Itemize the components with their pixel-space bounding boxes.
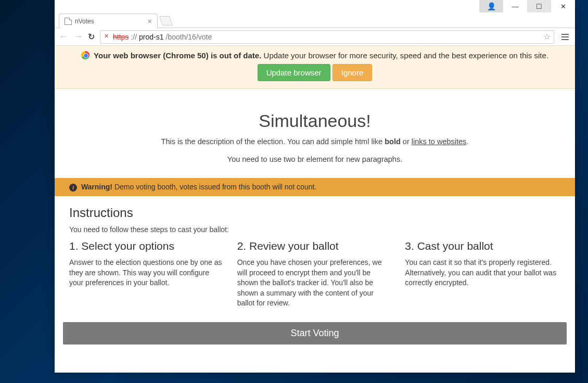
insecure-icon xyxy=(104,33,111,41)
election-description: This is the description of the election.… xyxy=(55,137,575,146)
instructions-heading: Instructions xyxy=(69,206,560,220)
election-title: Simultaneous! xyxy=(55,111,575,131)
info-icon: i xyxy=(69,184,77,191)
step-3: 3. Cast your ballot You can cast it so t… xyxy=(405,240,560,309)
minimize-button[interactable]: — xyxy=(503,0,527,12)
step-2-text: Once you have chosen your preferences, w… xyxy=(237,258,393,309)
outdated-browser-banner: Your web browser (Chrome 50) is out of d… xyxy=(55,46,575,89)
close-window-button[interactable]: ✕ xyxy=(551,0,575,12)
url-host: prod-s1 xyxy=(139,33,163,41)
url-path: /booth/16/vote xyxy=(166,33,212,41)
bookmark-star-icon[interactable]: ☆ xyxy=(543,32,551,42)
page-content: Your web browser (Chrome 50) is out of d… xyxy=(55,46,575,373)
document-icon xyxy=(65,18,72,25)
step-1-title: 1. Select your options xyxy=(69,240,225,252)
step-3-title: 3. Cast your ballot xyxy=(405,240,560,252)
address-bar[interactable]: https://prod-s1/booth/16/vote ☆ xyxy=(100,30,554,44)
steps-row: 1. Select your options Answer to the ele… xyxy=(69,240,560,309)
tab-title: nVotes xyxy=(75,18,94,25)
chrome-icon xyxy=(81,51,90,59)
url-scheme-struck: https xyxy=(113,33,129,41)
back-button[interactable]: ← xyxy=(59,31,68,42)
election-description-2: You need to use two br element for new p… xyxy=(55,155,575,163)
forward-button[interactable]: → xyxy=(73,31,83,42)
step-2-title: 2. Review your ballot xyxy=(237,240,393,252)
ignore-button[interactable]: Ignore xyxy=(333,64,373,81)
browser-tab[interactable]: nVotes × xyxy=(59,14,158,28)
step-2: 2. Review your ballot Once you have chos… xyxy=(237,240,393,309)
close-tab-icon[interactable]: × xyxy=(148,17,152,25)
outdated-bold-text: Your web browser (Chrome 50) is out of d… xyxy=(94,51,261,60)
instructions-section: Instructions You need to follow these st… xyxy=(55,196,575,315)
browser-toolbar: ← → ↻ https://prod-s1/booth/16/vote ☆ xyxy=(55,28,575,46)
browser-window: 👤 — ☐ ✕ nVotes × ← → ↻ https://prod-s1/b… xyxy=(55,0,575,373)
warning-banner: i Warning! Demo voting booth, votes issu… xyxy=(55,178,575,196)
update-browser-button[interactable]: Update browser xyxy=(258,64,330,81)
maximize-button[interactable]: ☐ xyxy=(527,0,551,12)
step-1-text: Answer to the election questions one by … xyxy=(69,258,225,288)
tab-strip: nVotes × xyxy=(55,12,575,28)
reload-button[interactable]: ↻ xyxy=(88,32,95,42)
url-scheme-tail: :// xyxy=(131,33,137,41)
window-titlebar: 👤 — ☐ ✕ xyxy=(55,0,575,12)
new-tab-button[interactable] xyxy=(159,16,173,25)
warning-text: Demo voting booth, votes issued from thi… xyxy=(112,183,316,191)
instructions-lead: You need to follow these steps to cast y… xyxy=(69,225,560,234)
warning-label: Warning! xyxy=(81,183,112,191)
start-voting-button[interactable]: Start Voting xyxy=(63,322,567,344)
step-3-text: You can cast it so that it's properly re… xyxy=(405,258,560,288)
user-icon[interactable]: 👤 xyxy=(479,0,503,12)
step-1: 1. Select your options Answer to the ele… xyxy=(69,240,225,309)
outdated-text: Update your browser for more security, s… xyxy=(261,51,548,60)
browser-menu-button[interactable] xyxy=(559,31,571,43)
description-link[interactable]: links to websites xyxy=(412,137,467,146)
